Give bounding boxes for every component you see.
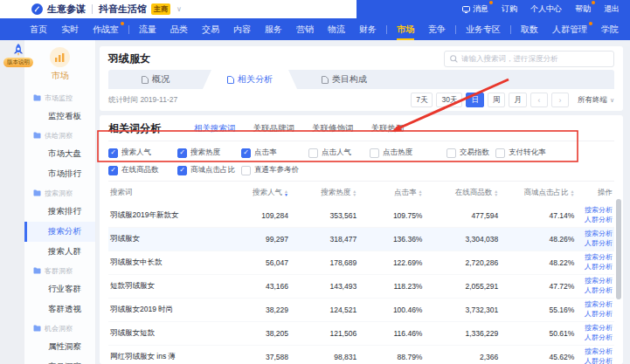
tab-hot-words[interactable]: 关联热词 <box>371 123 405 134</box>
nav-home[interactable]: 首页 <box>23 18 54 40</box>
checkbox-search-popularity[interactable]: ✓搜索人气 <box>108 148 177 158</box>
sidebar-item-attribute-insight[interactable]: 属性洞察 <box>24 337 95 357</box>
next-date-button[interactable]: › <box>551 93 569 107</box>
tab-related-analysis[interactable]: 相关分析 <box>203 70 297 89</box>
doc-icon <box>322 76 329 84</box>
search-box[interactable] <box>444 51 614 67</box>
checkbox-online-items[interactable]: ✓在线商品数 <box>108 165 177 175</box>
nav-category[interactable]: 品类 <box>163 18 195 40</box>
store-type-badge: 主商 <box>151 3 170 15</box>
prev-date-button[interactable]: ‹ <box>530 93 548 107</box>
nav-academy[interactable]: 学院 <box>594 18 626 40</box>
messages-link[interactable]: 消息 <box>462 3 488 15</box>
range-30d-button[interactable]: 30天 <box>436 93 462 107</box>
col-search-heat[interactable]: 搜索热度▲▼ <box>301 188 369 198</box>
scrollbar-thumb[interactable] <box>616 199 621 299</box>
keyword-card: 羽绒服女 概况 相关分析 类目构成 <box>100 46 623 111</box>
checkbox-click-popularity[interactable]: 点击人气 <box>308 148 370 158</box>
col-search-popularity[interactable]: 搜索人气▲▼ <box>235 188 301 198</box>
version-widget[interactable]: 版本说明 <box>3 42 33 67</box>
search-analysis-link[interactable]: 搜索分析 <box>581 230 613 239</box>
sidebar-item-monitor-board[interactable]: 监控看板 <box>24 106 95 127</box>
logo[interactable]: 生意参谋 抖音生活馆 主商 ∨ <box>31 3 182 16</box>
checkbox-train-ref-price[interactable]: 直通车参考价 <box>241 165 308 175</box>
module-label: 市场 <box>52 70 69 82</box>
col-online-items[interactable]: 在线商品数▲▼ <box>434 188 510 198</box>
nav-logistics[interactable]: 物流 <box>321 18 352 40</box>
nav-competition[interactable]: 竞争 <box>421 18 453 40</box>
sidebar-item-product-insight[interactable]: 产品洞察 <box>24 357 95 364</box>
crowd-analysis-link[interactable]: 人群分析 <box>581 216 613 225</box>
crowd-analysis-link[interactable]: 人群分析 <box>581 263 613 272</box>
nav-traffic[interactable]: 流量 <box>132 18 163 40</box>
table-header: 搜索词 搜索人气▲▼ 搜索热度▲▼ 点击率▲▼ 在线商品数▲▼ 商城点击占比▲▼… <box>108 181 614 204</box>
checkbox-pay-conversion[interactable]: 支付转化率 <box>495 148 614 158</box>
sidebar-group-market-monitor: 市场监控 <box>24 89 95 106</box>
date-controls: 7天 30天 日 周 月 ‹ › 所有终端∨ <box>407 93 614 107</box>
top-bar: 生意参谋 抖音生活馆 主商 ∨ 消息 订购 个人中心 帮助 退出 <box>0 0 630 18</box>
nav-content[interactable]: 内容 <box>226 18 258 40</box>
sort-icon: ▲▼ <box>494 189 498 196</box>
search-input[interactable] <box>461 54 608 63</box>
sidebar-item-search-crowd[interactable]: 搜索人群 <box>24 242 95 262</box>
crowd-analysis-link[interactable]: 人群分析 <box>581 239 613 249</box>
nav-market[interactable]: 市场 <box>390 18 421 40</box>
search-analysis-link[interactable]: 搜索分析 <box>581 206 613 216</box>
col-mall-click-share[interactable]: 商城点击占比▲▼ <box>510 188 581 198</box>
terminal-filter[interactable]: 所有终端∨ <box>578 95 614 106</box>
logout-link[interactable]: 退出 <box>604 3 620 15</box>
search-analysis-link[interactable]: 搜索分析 <box>581 300 613 310</box>
search-heat: 121,506 <box>301 329 369 338</box>
sidebar-item-market-overview[interactable]: 市场大盘 <box>24 144 95 164</box>
rocket-icon <box>10 42 27 59</box>
nav-business-zone[interactable]: 业务专区 <box>459 18 508 40</box>
crowd-analysis-link[interactable]: 人群分析 <box>581 333 613 343</box>
checkbox-mall-click-share[interactable]: ✓商城点击占比 <box>177 165 241 175</box>
sidebar-item-customer-perspective[interactable]: 客群透视 <box>24 299 95 319</box>
sidebar-item-industry-customers[interactable]: 行业客群 <box>24 279 95 299</box>
nav-service[interactable]: 服务 <box>258 18 289 40</box>
crowd-analysis-link[interactable]: 人群分析 <box>581 357 613 364</box>
sidebar-module-market[interactable]: 市场 <box>24 47 95 82</box>
sidebar-item-search-analysis[interactable]: 搜索分析 <box>24 222 95 242</box>
checkbox-click-heat[interactable]: 点击热度 <box>370 148 447 158</box>
online-items: 1,336,229 <box>434 329 510 338</box>
range-month-button[interactable]: 月 <box>509 93 527 107</box>
nav-marketing[interactable]: 营销 <box>289 18 321 40</box>
sidebar-item-market-ranking[interactable]: 市场排行 <box>24 164 95 184</box>
ctr: 122.69% <box>369 258 434 267</box>
nav-realtime[interactable]: 实时 <box>54 18 86 40</box>
subscribe-link[interactable]: 订购 <box>502 3 517 15</box>
tab-related-search-words[interactable]: 相关搜索词 <box>194 123 236 134</box>
sidebar: 市场 市场监控 监控看板 供给洞察 市场大盘 市场排行 搜索洞察 搜索排行 搜索… <box>24 40 96 364</box>
tab-modifier-words[interactable]: 关联修饰词 <box>312 123 354 134</box>
tab-brand-words[interactable]: 关联品牌词 <box>253 123 295 134</box>
crowd-analysis-link[interactable]: 人群分析 <box>581 310 613 319</box>
search-analysis-link[interactable]: 搜索分析 <box>581 277 613 286</box>
col-ctr[interactable]: 点击率▲▼ <box>369 188 434 198</box>
search-popularity: 56,047 <box>235 258 301 267</box>
checkbox-ctr[interactable]: ✓点击率 <box>241 148 308 158</box>
nav-trade[interactable]: 交易 <box>195 18 226 40</box>
chevron-down-icon[interactable]: ∨ <box>177 5 182 13</box>
tab-category-composition[interactable]: 类目构成 <box>297 70 391 89</box>
nav-crowd-management[interactable]: 人群管理 <box>545 18 594 40</box>
sort-icon: ▲▼ <box>570 189 574 196</box>
search-analysis-link[interactable]: 搜索分析 <box>581 253 613 263</box>
range-week-button[interactable]: 周 <box>488 93 506 107</box>
personal-center-link[interactable]: 个人中心 <box>530 3 562 15</box>
range-7d-button[interactable]: 7天 <box>411 93 433 107</box>
checkbox-search-heat[interactable]: ✓搜索热度 <box>177 148 241 158</box>
tab-overview[interactable]: 概况 <box>108 70 203 89</box>
crowd-analysis-link[interactable]: 人群分析 <box>581 286 613 296</box>
nav-war-room[interactable]: 作战室 <box>86 18 126 40</box>
nav-finance[interactable]: 财务 <box>352 18 384 40</box>
search-analysis-link[interactable]: 搜索分析 <box>581 324 613 333</box>
search-analysis-link[interactable]: 搜索分析 <box>581 347 613 357</box>
range-day-button[interactable]: 日 <box>466 93 484 107</box>
help-link[interactable]: 帮助 <box>575 3 591 15</box>
nav-data-fetch[interactable]: 取数 <box>514 18 545 40</box>
checkbox-trade-index[interactable]: 交易指数 <box>447 148 495 158</box>
folder-icon <box>33 325 41 332</box>
sidebar-item-search-ranking[interactable]: 搜索排行 <box>24 202 95 222</box>
